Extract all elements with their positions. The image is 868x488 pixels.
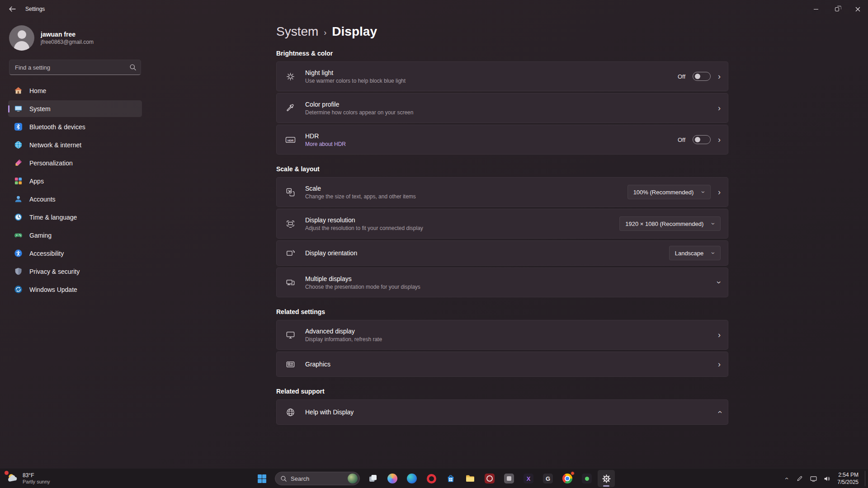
section-related-settings: Related settings bbox=[276, 308, 728, 315]
app-gray-button[interactable] bbox=[500, 470, 518, 487]
sidebar-item-network[interactable]: Network & internet bbox=[8, 136, 142, 153]
time-language-icon bbox=[14, 213, 23, 222]
sidebar-item-personalization[interactable]: Personalization bbox=[8, 155, 142, 171]
app-red-icon bbox=[485, 474, 495, 483]
multiple-displays-icon bbox=[284, 278, 296, 287]
close-button[interactable] bbox=[847, 0, 868, 18]
chevron-down-icon: › bbox=[711, 252, 717, 254]
app-g-button[interactable]: G bbox=[539, 470, 557, 487]
multiple-displays-row[interactable]: Multiple displays Choose the presentatio… bbox=[276, 267, 728, 297]
task-view-button[interactable] bbox=[364, 470, 382, 487]
taskbar-search-label: Search bbox=[291, 475, 344, 482]
sidebar-item-system[interactable]: System bbox=[8, 100, 142, 117]
advanced-display-row[interactable]: Advanced display Display information, re… bbox=[276, 320, 728, 350]
tray-overflow-button[interactable]: › bbox=[780, 471, 792, 486]
display-resolution-row[interactable]: Display resolution Adjust the resolution… bbox=[276, 209, 728, 239]
restore-icon bbox=[835, 7, 839, 11]
chrome-button[interactable] bbox=[559, 470, 576, 487]
start-button[interactable] bbox=[253, 470, 270, 487]
graphics-row[interactable]: Graphics › bbox=[276, 352, 728, 377]
edge-icon bbox=[407, 474, 417, 483]
sidebar-item-windows-update[interactable]: Windows Update bbox=[8, 281, 142, 298]
hdr-learn-more-link[interactable]: More about HDR bbox=[305, 141, 346, 147]
app-dark-button[interactable] bbox=[578, 470, 595, 487]
chevron-right-icon: › bbox=[718, 188, 721, 196]
night-light-subtitle: Use warmer colors to help block blue lig… bbox=[305, 78, 406, 84]
titlebar: Settings bbox=[0, 0, 868, 18]
app-x-icon: X bbox=[524, 474, 533, 483]
sidebar-item-bluetooth[interactable]: Bluetooth & devices bbox=[8, 118, 142, 135]
sidebar-item-label: Windows Update bbox=[29, 286, 77, 293]
user-profile[interactable]: jawuan free jfree0863@gmail.com bbox=[8, 23, 142, 55]
chevron-right-icon: › bbox=[718, 72, 721, 80]
edge-button[interactable] bbox=[403, 470, 420, 487]
cast-tray-button[interactable] bbox=[807, 471, 819, 486]
advanced-display-title: Advanced display bbox=[305, 328, 382, 335]
user-name: jawuan free bbox=[41, 31, 94, 38]
app-x-button[interactable]: X bbox=[520, 470, 537, 487]
copilot-icon bbox=[387, 474, 397, 483]
taskbar-search[interactable]: Search bbox=[275, 472, 360, 485]
hdr-toggle[interactable] bbox=[693, 135, 711, 144]
settings-search-input[interactable] bbox=[9, 60, 141, 75]
windows-update-icon bbox=[14, 285, 23, 294]
chevron-right-icon: › bbox=[718, 331, 721, 339]
hdr-state: Off bbox=[678, 136, 685, 143]
sidebar-item-home[interactable]: Home bbox=[8, 82, 142, 99]
night-light-title: Night light bbox=[305, 69, 406, 76]
store-button[interactable] bbox=[442, 470, 459, 487]
night-light-row[interactable]: Night light Use warmer colors to help bl… bbox=[276, 61, 728, 91]
page-title: Display bbox=[332, 24, 377, 39]
restore-button[interactable] bbox=[826, 0, 847, 18]
weather-widget[interactable]: 83°F Partly sunny bbox=[4, 469, 53, 488]
svg-text:HDR: HDR bbox=[287, 138, 293, 141]
taskbar: 83°F Partly sunny Search X G bbox=[0, 468, 868, 488]
opera-button[interactable] bbox=[423, 470, 440, 487]
opera-icon bbox=[427, 474, 436, 483]
display-orientation-dropdown[interactable]: Landscape › bbox=[669, 246, 721, 260]
settings-taskbar-button[interactable] bbox=[598, 470, 615, 487]
multiple-displays-subtitle: Choose the presentation mode for your di… bbox=[305, 284, 420, 290]
color-profile-subtitle: Determine how colors appear on your scre… bbox=[305, 109, 413, 116]
display-orientation-icon bbox=[284, 249, 296, 258]
system-tray: › 2:54 PM 7/5/2025 bbox=[780, 469, 867, 488]
sidebar-item-time-language[interactable]: Time & language bbox=[8, 209, 142, 225]
show-desktop-button[interactable] bbox=[865, 471, 867, 486]
copilot-button[interactable] bbox=[384, 470, 401, 487]
file-explorer-button[interactable] bbox=[462, 470, 479, 487]
network-icon bbox=[14, 141, 23, 150]
hdr-row[interactable]: HDR HDR More about HDR Off › bbox=[276, 125, 728, 155]
sidebar-item-label: Gaming bbox=[29, 232, 52, 239]
sidebar-item-accessibility[interactable]: Accessibility bbox=[8, 245, 142, 262]
volume-icon bbox=[823, 475, 831, 483]
personalization-icon bbox=[14, 159, 23, 168]
sidebar-item-gaming[interactable]: Gaming bbox=[8, 227, 142, 244]
breadcrumb: System › Display bbox=[276, 24, 728, 39]
taskbar-clock[interactable]: 2:54 PM 7/5/2025 bbox=[835, 471, 862, 486]
hdr-icon: HDR bbox=[284, 135, 296, 145]
app-red-button[interactable] bbox=[481, 470, 498, 487]
windows-logo-icon bbox=[257, 474, 267, 483]
scale-title: Scale bbox=[305, 185, 416, 192]
search-icon bbox=[129, 64, 137, 71]
breadcrumb-system[interactable]: System bbox=[276, 24, 318, 39]
back-button[interactable] bbox=[4, 2, 21, 16]
display-orientation-row[interactable]: Display orientation Landscape › bbox=[276, 240, 728, 266]
color-profile-row[interactable]: Color profile Determine how colors appea… bbox=[276, 93, 728, 123]
minimize-icon bbox=[814, 9, 818, 9]
volume-tray-button[interactable] bbox=[821, 471, 833, 486]
sidebar-item-privacy[interactable]: Privacy & security bbox=[8, 263, 142, 280]
help-with-display-row[interactable]: Help with Display › bbox=[276, 399, 728, 425]
sidebar-item-label: Privacy & security bbox=[29, 268, 80, 275]
sidebar-item-apps[interactable]: Apps bbox=[8, 173, 142, 189]
minimize-button[interactable] bbox=[806, 0, 826, 18]
scale-dropdown[interactable]: 100% (Recommended) › bbox=[627, 185, 711, 199]
display-resolution-dropdown[interactable]: 868 × 488 (Recommended) › bbox=[619, 216, 721, 231]
display-resolution-icon bbox=[284, 219, 296, 229]
scale-row[interactable]: Scale Change the size of text, apps, and… bbox=[276, 177, 728, 207]
pen-tray-button[interactable] bbox=[794, 471, 806, 486]
help-with-display-title: Help with Display bbox=[305, 408, 354, 416]
main-content: System › Display Brightness & color Nigh… bbox=[149, 18, 868, 468]
night-light-toggle[interactable] bbox=[693, 72, 711, 81]
sidebar-item-accounts[interactable]: Accounts bbox=[8, 191, 142, 207]
